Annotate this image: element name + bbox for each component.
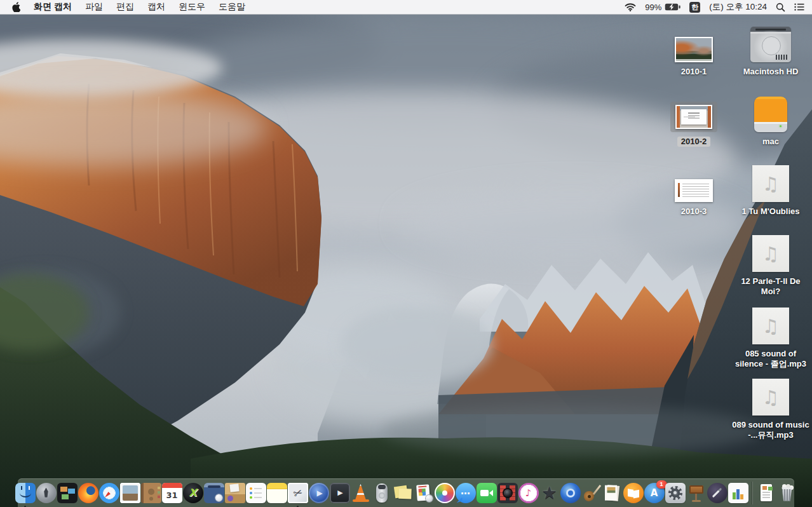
docfile-icon bbox=[761, 484, 772, 501]
messages-glyph: … bbox=[456, 483, 476, 503]
desktop-icon-m1[interactable]: ♫1 Tu M'Oublies bbox=[732, 160, 809, 217]
dock-item-ibooks[interactable] bbox=[623, 483, 644, 503]
dock-item-unarchiver[interactable] bbox=[225, 483, 245, 503]
menu-bar-clock[interactable]: (토) 오후 10:24 bbox=[709, 1, 767, 13]
desktop-icon-m3[interactable]: ♫085 sound of silence - 졸업.mp3 bbox=[732, 305, 809, 369]
wifi-icon[interactable] bbox=[625, 3, 636, 11]
numbers-icon bbox=[733, 492, 736, 499]
dock-item-videoplayer[interactable]: ▶ bbox=[330, 483, 350, 503]
dock-item-grab[interactable]: ✂ bbox=[288, 483, 308, 503]
dock-item-firefox[interactable] bbox=[78, 483, 98, 503]
dock-divider bbox=[752, 482, 752, 504]
dock-item-pagesink[interactable] bbox=[707, 483, 727, 503]
dock-item-sysprefs[interactable] bbox=[665, 483, 686, 503]
dock-item-keynote[interactable] bbox=[686, 483, 707, 503]
dock-item-stickies[interactable] bbox=[393, 483, 413, 503]
calendar-icon bbox=[162, 483, 182, 488]
xapp-glyph: X bbox=[183, 483, 203, 503]
trash-icon bbox=[782, 487, 793, 501]
dock-item-itunes[interactable]: ♪ bbox=[518, 483, 539, 503]
dock-item-safari[interactable] bbox=[99, 483, 119, 503]
desktop-icon-label: 089 sound of music -...뮤직.mp3 bbox=[732, 420, 809, 440]
launchpad-icon bbox=[41, 488, 51, 498]
dock-item-toast[interactable] bbox=[204, 483, 224, 503]
desktop-icon-label: 2010-1 bbox=[681, 67, 707, 77]
dock-item-reminders[interactable] bbox=[246, 483, 266, 503]
dock-item-contacts[interactable] bbox=[141, 483, 161, 503]
macdrive-icon-area bbox=[754, 93, 787, 132]
spotlight-search-icon[interactable] bbox=[776, 3, 785, 12]
dock-item-imagedoc[interactable] bbox=[414, 483, 434, 503]
dock-item-pagesdocs[interactable] bbox=[602, 483, 623, 503]
blueplayer-glyph: ▶ bbox=[309, 483, 329, 503]
preview-icon bbox=[123, 485, 138, 501]
dock-item-screens[interactable] bbox=[57, 483, 78, 503]
dock-item-photobooth[interactable] bbox=[497, 483, 518, 503]
imovie-glyph: ★ bbox=[539, 483, 560, 503]
menu-편집[interactable]: 편집 bbox=[116, 1, 134, 13]
dock-item-finder[interactable] bbox=[15, 483, 36, 503]
m4-icon-area: ♫ bbox=[752, 376, 789, 416]
vlc-icon bbox=[354, 484, 368, 500]
ss3-icon-area bbox=[675, 160, 713, 202]
dock-item-imovie[interactable]: ★ bbox=[539, 483, 560, 503]
desktop-icon-hd[interactable]: Macintosh HD bbox=[732, 23, 809, 77]
photos-icon bbox=[442, 490, 447, 496]
input-source-badge[interactable]: 한 bbox=[689, 2, 700, 13]
screens-icon bbox=[60, 487, 67, 492]
dock-item-dvdplayer[interactable] bbox=[372, 483, 392, 503]
battery-status[interactable]: 99% bbox=[645, 3, 680, 12]
dock-item-docfile[interactable] bbox=[756, 483, 776, 503]
internal-drive-icon bbox=[750, 27, 791, 62]
apple-menu-icon[interactable] bbox=[12, 2, 20, 12]
audio-file-icon: ♫ bbox=[752, 165, 789, 202]
dock-item-preview[interactable] bbox=[120, 483, 140, 503]
desktop-icon-label: 1 Tu M'Oublies bbox=[742, 206, 800, 217]
dock-item-messages[interactable]: … bbox=[456, 483, 476, 503]
grab-glyph: ✂ bbox=[285, 480, 311, 506]
calendar-glyph: 31 bbox=[162, 487, 182, 503]
dock-item-notes[interactable] bbox=[267, 483, 287, 503]
dock-item-xapp[interactable]: X bbox=[183, 483, 203, 503]
ibooks-icon bbox=[628, 489, 633, 497]
dock-item-trash[interactable] bbox=[777, 483, 797, 503]
desktop-icon-m4[interactable]: ♫089 sound of music -...뮤직.mp3 bbox=[732, 376, 809, 440]
menu-윈도우[interactable]: 윈도우 bbox=[179, 1, 205, 13]
garageband-icon bbox=[584, 491, 594, 501]
idvd-icon bbox=[566, 489, 575, 497]
contacts-icon bbox=[158, 487, 160, 489]
desktop: { "menu_bar": { "apple_logo": "apple-ico… bbox=[0, 0, 812, 507]
desktop-icon-ss2[interactable]: 2010-2 bbox=[655, 88, 733, 147]
dock-item-idvd[interactable] bbox=[560, 483, 581, 503]
dock-item-garageband[interactable] bbox=[581, 483, 602, 503]
music-note-icon: ♫ bbox=[752, 379, 789, 416]
dock-item-calendar[interactable]: 31 bbox=[162, 483, 182, 503]
dock-item-photos[interactable] bbox=[435, 483, 455, 503]
dock: 31X✂▶▶…♪★A1 bbox=[18, 478, 794, 507]
desktop-icon-m2[interactable]: ♫12 Parle-T-Il De Moi? bbox=[732, 233, 809, 297]
active-app-menu[interactable]: 화면 캡처 bbox=[34, 1, 72, 13]
audio-file-icon: ♫ bbox=[752, 308, 789, 344]
keynote-icon bbox=[689, 485, 703, 494]
menu-파일[interactable]: 파일 bbox=[85, 1, 103, 13]
unarchiver-icon bbox=[229, 483, 239, 492]
finder-icon bbox=[20, 489, 31, 497]
dock-item-blueplayer[interactable]: ▶ bbox=[309, 483, 329, 503]
dock-item-vlc[interactable] bbox=[351, 483, 371, 503]
audio-file-icon: ♫ bbox=[752, 235, 789, 272]
ss2-icon-area bbox=[670, 88, 717, 132]
ss1-icon-area bbox=[675, 23, 713, 62]
imagedoc-icon bbox=[416, 484, 430, 501]
pagesdocs-icon bbox=[606, 485, 619, 501]
notification-center-icon[interactable] bbox=[794, 3, 804, 11]
screenshot-thumbnail-icon bbox=[675, 179, 713, 202]
menu-캡처[interactable]: 캡처 bbox=[147, 1, 165, 13]
dock-item-facetime[interactable] bbox=[477, 483, 497, 503]
desktop-icon-ss3[interactable]: 2010-3 bbox=[655, 160, 733, 217]
dock-item-launchpad[interactable] bbox=[36, 483, 57, 503]
desktop-icon-ss1[interactable]: 2010-1 bbox=[655, 23, 733, 77]
menu-도움말[interactable]: 도움말 bbox=[219, 1, 245, 13]
dock-item-numbers[interactable] bbox=[728, 483, 748, 503]
desktop-icon-macdrive[interactable]: mac bbox=[732, 93, 809, 147]
dock-item-appstore[interactable]: A1 bbox=[644, 483, 665, 503]
